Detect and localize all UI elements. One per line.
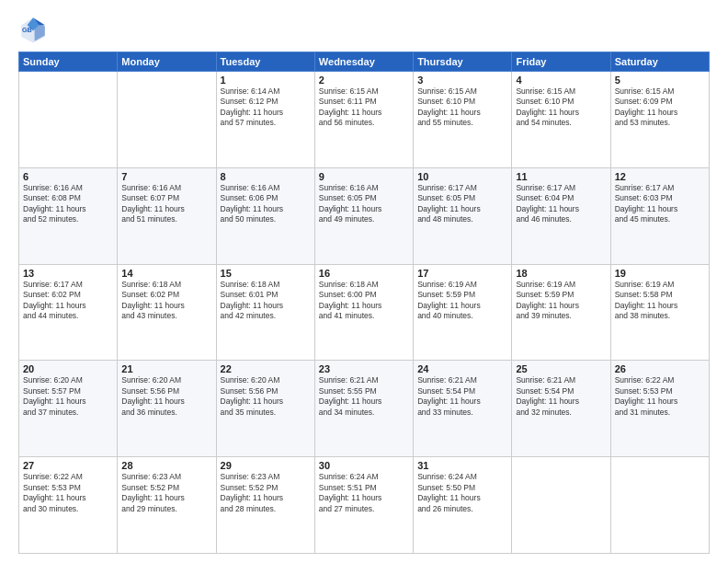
day-number: 10 [417,171,507,182]
calendar-cell: 6Sunrise: 6:16 AM Sunset: 6:08 PM Daylig… [19,167,118,264]
calendar-week-5: 27Sunrise: 6:22 AM Sunset: 5:53 PM Dayli… [19,457,710,554]
day-info: Sunrise: 6:16 AM Sunset: 6:06 PM Dayligh… [221,183,311,225]
day-number: 15 [221,268,311,279]
calendar-cell: 16Sunrise: 6:18 AM Sunset: 6:00 PM Dayli… [314,264,413,361]
calendar-cell: 4Sunrise: 6:15 AM Sunset: 6:10 PM Daylig… [512,72,610,168]
day-info: Sunrise: 6:21 AM Sunset: 5:54 PM Dayligh… [417,375,507,418]
day-number: 31 [417,460,507,471]
day-info: Sunrise: 6:15 AM Sunset: 6:11 PM Dayligh… [319,86,409,129]
calendar-week-2: 6Sunrise: 6:16 AM Sunset: 6:08 PM Daylig… [19,167,710,264]
day-info: Sunrise: 6:22 AM Sunset: 5:53 PM Dayligh… [23,472,113,514]
day-info: Sunrise: 6:24 AM Sunset: 5:50 PM Dayligh… [417,472,507,514]
day-info: Sunrise: 6:15 AM Sunset: 6:10 PM Dayligh… [516,86,606,129]
calendar-cell: 1Sunrise: 6:14 AM Sunset: 6:12 PM Daylig… [216,72,314,168]
day-info: Sunrise: 6:14 AM Sunset: 6:12 PM Dayligh… [221,86,311,129]
day-info: Sunrise: 6:20 AM Sunset: 5:56 PM Dayligh… [121,375,211,418]
day-number: 19 [615,268,705,279]
day-info: Sunrise: 6:23 AM Sunset: 5:52 PM Dayligh… [121,472,211,514]
day-number: 28 [121,460,211,471]
day-info: Sunrise: 6:21 AM Sunset: 5:55 PM Dayligh… [319,375,409,418]
calendar-header-row: SundayMondayTuesdayWednesdayThursdayFrid… [19,52,710,72]
calendar-cell: 19Sunrise: 6:19 AM Sunset: 5:58 PM Dayli… [610,264,709,361]
day-number: 16 [319,268,409,279]
svg-text:GB: GB [22,26,32,34]
day-number: 27 [23,460,113,471]
calendar-cell: 7Sunrise: 6:16 AM Sunset: 6:07 PM Daylig… [118,167,216,264]
day-info: Sunrise: 6:21 AM Sunset: 5:54 PM Dayligh… [516,375,606,418]
logo-icon: GB [18,15,48,44]
day-number: 21 [121,363,211,374]
weekday-header-thursday: Thursday [414,52,512,72]
day-info: Sunrise: 6:18 AM Sunset: 6:01 PM Dayligh… [221,280,311,322]
day-info: Sunrise: 6:16 AM Sunset: 6:07 PM Dayligh… [121,183,211,225]
day-number: 2 [319,75,409,86]
day-info: Sunrise: 6:19 AM Sunset: 5:59 PM Dayligh… [516,280,606,322]
day-number: 29 [221,460,311,471]
calendar-week-3: 13Sunrise: 6:17 AM Sunset: 6:02 PM Dayli… [19,264,710,361]
day-number: 5 [615,75,705,86]
calendar-cell: 9Sunrise: 6:16 AM Sunset: 6:05 PM Daylig… [314,167,413,264]
calendar-cell: 23Sunrise: 6:21 AM Sunset: 5:55 PM Dayli… [314,361,413,457]
calendar-cell [512,457,610,554]
day-number: 24 [417,363,507,374]
day-info: Sunrise: 6:20 AM Sunset: 5:56 PM Dayligh… [221,375,311,418]
day-info: Sunrise: 6:17 AM Sunset: 6:02 PM Dayligh… [23,280,113,322]
calendar-week-1: 1Sunrise: 6:14 AM Sunset: 6:12 PM Daylig… [19,72,710,168]
day-info: Sunrise: 6:15 AM Sunset: 6:10 PM Dayligh… [417,86,507,129]
calendar-cell: 29Sunrise: 6:23 AM Sunset: 5:52 PM Dayli… [216,457,314,554]
weekday-header-monday: Monday [118,52,216,72]
weekday-header-wednesday: Wednesday [314,52,413,72]
day-number: 20 [23,363,113,374]
calendar-cell: 11Sunrise: 6:17 AM Sunset: 6:04 PM Dayli… [512,167,610,264]
calendar-cell: 26Sunrise: 6:22 AM Sunset: 5:53 PM Dayli… [610,361,709,457]
calendar-cell: 2Sunrise: 6:15 AM Sunset: 6:11 PM Daylig… [314,72,413,168]
day-info: Sunrise: 6:24 AM Sunset: 5:51 PM Dayligh… [319,472,409,514]
day-number: 30 [319,460,409,471]
day-number: 1 [221,75,311,86]
day-info: Sunrise: 6:16 AM Sunset: 6:05 PM Dayligh… [319,183,409,225]
calendar-cell: 12Sunrise: 6:17 AM Sunset: 6:03 PM Dayli… [610,167,709,264]
calendar-cell: 28Sunrise: 6:23 AM Sunset: 5:52 PM Dayli… [118,457,216,554]
calendar-cell [19,72,118,168]
day-info: Sunrise: 6:17 AM Sunset: 6:05 PM Dayligh… [417,183,507,225]
day-info: Sunrise: 6:20 AM Sunset: 5:57 PM Dayligh… [23,375,113,418]
day-number: 4 [516,75,606,86]
day-number: 8 [221,171,311,182]
day-info: Sunrise: 6:15 AM Sunset: 6:09 PM Dayligh… [615,86,705,129]
day-info: Sunrise: 6:17 AM Sunset: 6:03 PM Dayligh… [615,183,705,225]
day-info: Sunrise: 6:19 AM Sunset: 5:58 PM Dayligh… [615,280,705,322]
calendar-cell: 13Sunrise: 6:17 AM Sunset: 6:02 PM Dayli… [19,264,118,361]
day-number: 3 [417,75,507,86]
calendar-cell: 25Sunrise: 6:21 AM Sunset: 5:54 PM Dayli… [512,361,610,457]
page: GB SundayMondayTuesdayWednesdayThursdayF… [0,0,728,563]
calendar-cell: 17Sunrise: 6:19 AM Sunset: 5:59 PM Dayli… [414,264,512,361]
calendar-cell: 5Sunrise: 6:15 AM Sunset: 6:09 PM Daylig… [610,72,709,168]
weekday-header-tuesday: Tuesday [216,52,314,72]
day-info: Sunrise: 6:23 AM Sunset: 5:52 PM Dayligh… [221,472,311,514]
calendar-cell [610,457,709,554]
calendar-cell: 10Sunrise: 6:17 AM Sunset: 6:05 PM Dayli… [414,167,512,264]
calendar-cell [118,72,216,168]
day-number: 26 [615,363,705,374]
calendar-cell: 27Sunrise: 6:22 AM Sunset: 5:53 PM Dayli… [19,457,118,554]
day-number: 12 [615,171,705,182]
day-number: 23 [319,363,409,374]
day-info: Sunrise: 6:16 AM Sunset: 6:08 PM Dayligh… [23,183,113,225]
logo: GB [18,15,51,44]
calendar-cell: 22Sunrise: 6:20 AM Sunset: 5:56 PM Dayli… [216,361,314,457]
weekday-header-saturday: Saturday [610,52,709,72]
header: GB [18,15,710,44]
day-number: 13 [23,268,113,279]
weekday-header-sunday: Sunday [19,52,118,72]
day-number: 25 [516,363,606,374]
day-number: 7 [121,171,211,182]
day-info: Sunrise: 6:18 AM Sunset: 6:02 PM Dayligh… [121,280,211,322]
day-number: 22 [221,363,311,374]
day-number: 9 [319,171,409,182]
calendar-cell: 24Sunrise: 6:21 AM Sunset: 5:54 PM Dayli… [414,361,512,457]
calendar-cell: 14Sunrise: 6:18 AM Sunset: 6:02 PM Dayli… [118,264,216,361]
calendar-cell: 8Sunrise: 6:16 AM Sunset: 6:06 PM Daylig… [216,167,314,264]
day-info: Sunrise: 6:22 AM Sunset: 5:53 PM Dayligh… [615,375,705,418]
calendar-cell: 15Sunrise: 6:18 AM Sunset: 6:01 PM Dayli… [216,264,314,361]
day-info: Sunrise: 6:19 AM Sunset: 5:59 PM Dayligh… [417,280,507,322]
